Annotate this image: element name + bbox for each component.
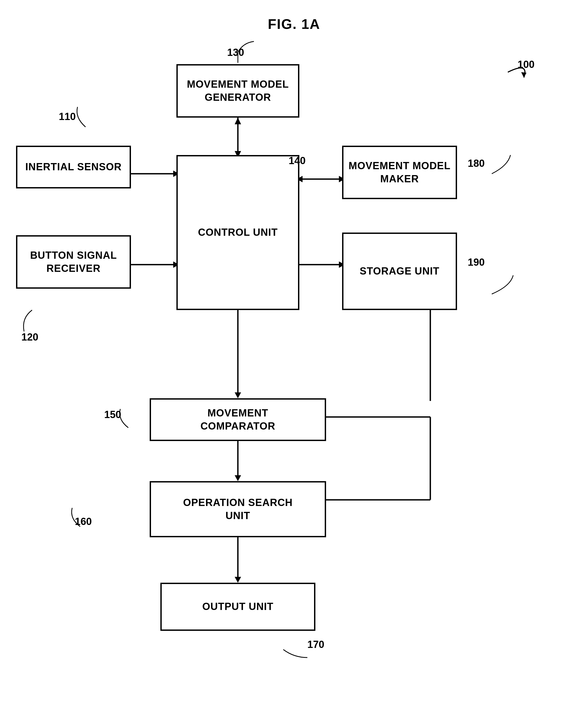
ref-160: 160 bbox=[75, 516, 92, 527]
movement-model-maker-box: MOVEMENT MODEL MAKER bbox=[342, 146, 457, 199]
svg-marker-4 bbox=[235, 117, 241, 124]
ref-190: 190 bbox=[468, 257, 485, 268]
ref-120: 120 bbox=[22, 331, 38, 343]
ref-110: 110 bbox=[59, 111, 76, 123]
ref-130: 130 bbox=[227, 47, 244, 58]
control-unit-box: CONTROL UNIT bbox=[176, 155, 299, 310]
button-signal-receiver-box: BUTTON SIGNAL RECEIVER bbox=[16, 235, 131, 289]
diagram-container: FIG. 1A 100 bbox=[0, 0, 588, 707]
ref-140: 140 bbox=[289, 155, 306, 167]
svg-marker-23 bbox=[235, 475, 241, 481]
svg-marker-15 bbox=[235, 393, 241, 398]
ref-100: 100 bbox=[518, 59, 534, 70]
inertial-sensor-box: INERTIAL SENSOR bbox=[16, 146, 131, 189]
ref-180: 180 bbox=[468, 158, 485, 169]
movement-comparator-box: MOVEMENT COMPARATOR bbox=[150, 398, 326, 441]
ref-170: 170 bbox=[307, 639, 324, 650]
fig-title: FIG. 1A bbox=[268, 16, 320, 32]
storage-unit-box: STORAGE UNIT bbox=[342, 233, 457, 310]
ref-150: 150 bbox=[104, 409, 121, 420]
movement-model-generator-box: MOVEMENT MODEL GENERATOR bbox=[176, 64, 299, 117]
operation-search-unit-box: OPERATION SEARCH UNIT bbox=[150, 481, 326, 537]
svg-marker-0 bbox=[521, 72, 526, 77]
output-unit-box: OUTPUT UNIT bbox=[160, 583, 315, 631]
svg-marker-25 bbox=[235, 577, 241, 583]
